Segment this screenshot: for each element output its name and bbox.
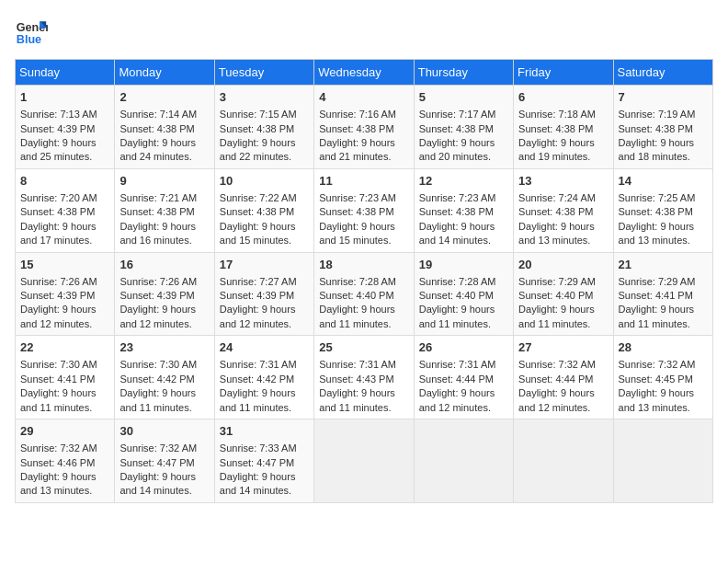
calendar-cell: 28Sunrise: 7:32 AM Sunset: 4:45 PM Dayli… [613,336,712,419]
day-header-tuesday: Tuesday [214,60,313,86]
calendar-cell: 14Sunrise: 7:25 AM Sunset: 4:38 PM Dayli… [613,168,712,252]
day-number: 11 [319,173,408,190]
day-info: Sunrise: 7:31 AM Sunset: 4:42 PM Dayligh… [220,359,297,412]
day-header-wednesday: Wednesday [314,60,414,86]
day-number: 22 [20,339,109,356]
calendar-week-row: 15Sunrise: 7:26 AM Sunset: 4:39 PM Dayli… [16,252,713,336]
day-info: Sunrise: 7:22 AM Sunset: 4:38 PM Dayligh… [220,192,297,246]
calendar-cell: 13Sunrise: 7:24 AM Sunset: 4:38 PM Dayli… [514,168,613,252]
day-info: Sunrise: 7:30 AM Sunset: 4:42 PM Dayligh… [119,359,197,412]
day-info: Sunrise: 7:28 AM Sunset: 4:40 PM Dayligh… [319,276,396,329]
day-info: Sunrise: 7:32 AM Sunset: 4:46 PM Dayligh… [20,442,97,496]
day-number: 12 [419,173,508,190]
calendar-cell: 20Sunrise: 7:29 AM Sunset: 4:40 PM Dayli… [514,252,613,336]
day-info: Sunrise: 7:32 AM Sunset: 4:45 PM Dayligh… [619,359,696,412]
day-number: 21 [619,257,708,273]
calendar-cell [314,419,414,503]
day-number: 13 [518,173,608,190]
day-info: Sunrise: 7:17 AM Sunset: 4:38 PM Dayligh… [419,109,496,162]
day-info: Sunrise: 7:25 AM Sunset: 4:38 PM Dayligh… [619,192,696,246]
day-number: 27 [518,339,608,356]
day-number: 7 [619,89,708,106]
calendar-cell [613,419,712,503]
calendar-week-row: 22Sunrise: 7:30 AM Sunset: 4:41 PM Dayli… [16,336,713,419]
day-number: 28 [619,339,708,356]
day-number: 25 [319,339,408,356]
calendar-week-row: 8Sunrise: 7:20 AM Sunset: 4:38 PM Daylig… [16,168,713,252]
day-number: 15 [20,257,109,273]
day-info: Sunrise: 7:15 AM Sunset: 4:38 PM Dayligh… [220,109,297,162]
svg-text:Blue: Blue [17,33,41,46]
day-number: 8 [20,173,109,190]
day-info: Sunrise: 7:23 AM Sunset: 4:38 PM Dayligh… [419,192,496,246]
calendar-cell: 31Sunrise: 7:33 AM Sunset: 4:47 PM Dayli… [214,419,313,503]
day-info: Sunrise: 7:29 AM Sunset: 4:41 PM Dayligh… [619,276,696,329]
day-header-thursday: Thursday [414,60,513,86]
calendar-cell: 7Sunrise: 7:19 AM Sunset: 4:38 PM Daylig… [613,86,712,169]
calendar-cell [514,419,613,503]
day-info: Sunrise: 7:31 AM Sunset: 4:44 PM Dayligh… [419,359,496,412]
calendar-cell: 9Sunrise: 7:21 AM Sunset: 4:38 PM Daylig… [115,168,214,252]
calendar-cell: 22Sunrise: 7:30 AM Sunset: 4:41 PM Dayli… [16,336,115,419]
day-header-friday: Friday [514,60,613,86]
day-info: Sunrise: 7:18 AM Sunset: 4:38 PM Dayligh… [518,109,596,162]
day-number: 16 [119,257,209,273]
day-info: Sunrise: 7:23 AM Sunset: 4:38 PM Dayligh… [319,192,396,246]
calendar-cell: 26Sunrise: 7:31 AM Sunset: 4:44 PM Dayli… [414,336,513,419]
day-info: Sunrise: 7:20 AM Sunset: 4:38 PM Dayligh… [20,192,97,246]
day-header-saturday: Saturday [613,60,712,86]
day-info: Sunrise: 7:32 AM Sunset: 4:44 PM Dayligh… [518,359,596,412]
day-number: 18 [319,257,408,273]
day-number: 23 [119,339,209,356]
day-header-sunday: Sunday [16,60,115,86]
calendar-cell: 27Sunrise: 7:32 AM Sunset: 4:44 PM Dayli… [514,336,613,419]
day-info: Sunrise: 7:21 AM Sunset: 4:38 PM Dayligh… [119,192,197,246]
day-info: Sunrise: 7:31 AM Sunset: 4:43 PM Dayligh… [319,359,396,412]
calendar-cell: 19Sunrise: 7:28 AM Sunset: 4:40 PM Dayli… [414,252,513,336]
calendar-cell: 3Sunrise: 7:15 AM Sunset: 4:38 PM Daylig… [214,86,313,169]
day-info: Sunrise: 7:32 AM Sunset: 4:47 PM Dayligh… [119,442,197,496]
calendar-cell: 15Sunrise: 7:26 AM Sunset: 4:39 PM Dayli… [16,252,115,336]
day-number: 3 [220,89,309,106]
day-info: Sunrise: 7:26 AM Sunset: 4:39 PM Dayligh… [119,276,197,329]
day-info: Sunrise: 7:24 AM Sunset: 4:38 PM Dayligh… [518,192,596,246]
day-number: 20 [518,257,608,273]
calendar-cell: 5Sunrise: 7:17 AM Sunset: 4:38 PM Daylig… [414,86,513,169]
calendar-cell: 23Sunrise: 7:30 AM Sunset: 4:42 PM Dayli… [115,336,214,419]
day-number: 19 [419,257,508,273]
page-header: General Blue [15,15,713,48]
day-number: 10 [220,173,309,190]
calendar-cell: 8Sunrise: 7:20 AM Sunset: 4:38 PM Daylig… [16,168,115,252]
day-number: 5 [419,89,508,106]
day-info: Sunrise: 7:16 AM Sunset: 4:38 PM Dayligh… [319,109,396,162]
calendar-cell: 12Sunrise: 7:23 AM Sunset: 4:38 PM Dayli… [414,168,513,252]
day-number: 26 [419,339,508,356]
day-number: 29 [20,423,109,440]
day-number: 9 [119,173,209,190]
day-info: Sunrise: 7:14 AM Sunset: 4:38 PM Dayligh… [119,109,197,162]
day-info: Sunrise: 7:26 AM Sunset: 4:39 PM Dayligh… [20,276,97,329]
calendar-cell: 25Sunrise: 7:31 AM Sunset: 4:43 PM Dayli… [314,336,414,419]
calendar-cell: 29Sunrise: 7:32 AM Sunset: 4:46 PM Dayli… [16,419,115,503]
calendar-cell: 4Sunrise: 7:16 AM Sunset: 4:38 PM Daylig… [314,86,414,169]
day-info: Sunrise: 7:13 AM Sunset: 4:39 PM Dayligh… [20,109,97,162]
day-info: Sunrise: 7:19 AM Sunset: 4:38 PM Dayligh… [619,109,696,162]
calendar-week-row: 29Sunrise: 7:32 AM Sunset: 4:46 PM Dayli… [16,419,713,503]
day-number: 30 [119,423,209,440]
calendar-cell: 16Sunrise: 7:26 AM Sunset: 4:39 PM Dayli… [115,252,214,336]
day-header-monday: Monday [115,60,214,86]
day-number: 6 [518,89,608,106]
day-number: 2 [119,89,209,106]
day-info: Sunrise: 7:30 AM Sunset: 4:41 PM Dayligh… [20,359,97,412]
calendar-cell: 17Sunrise: 7:27 AM Sunset: 4:39 PM Dayli… [214,252,313,336]
logo-icon: General Blue [15,15,48,48]
calendar-table: SundayMondayTuesdayWednesdayThursdayFrid… [15,59,713,503]
calendar-cell [414,419,513,503]
calendar-cell: 6Sunrise: 7:18 AM Sunset: 4:38 PM Daylig… [514,86,613,169]
calendar-cell: 10Sunrise: 7:22 AM Sunset: 4:38 PM Dayli… [214,168,313,252]
day-number: 1 [20,89,109,106]
calendar-cell: 24Sunrise: 7:31 AM Sunset: 4:42 PM Dayli… [214,336,313,419]
calendar-cell: 11Sunrise: 7:23 AM Sunset: 4:38 PM Dayli… [314,168,414,252]
calendar-cell: 1Sunrise: 7:13 AM Sunset: 4:39 PM Daylig… [16,86,115,169]
day-number: 24 [220,339,309,356]
